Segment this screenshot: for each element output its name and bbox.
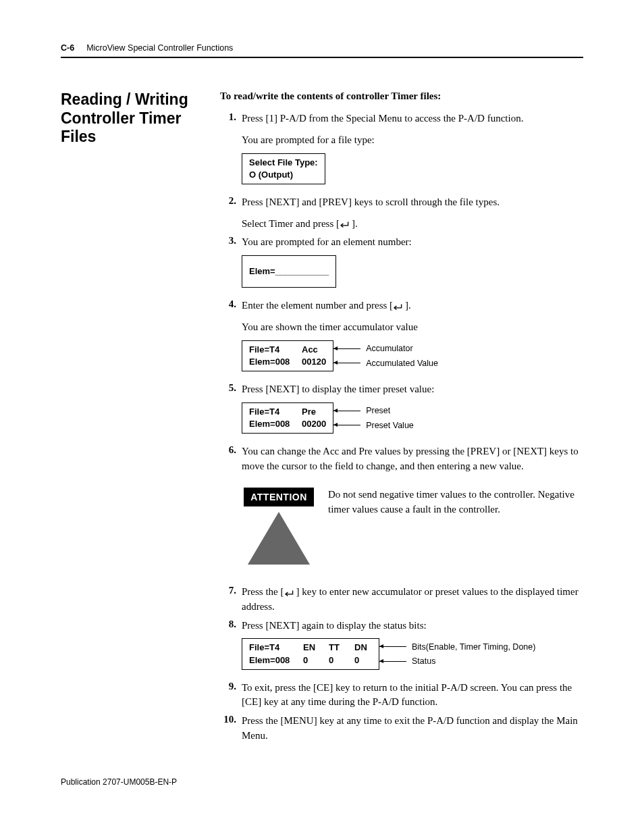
callout-preset-value: Preset Value — [366, 419, 414, 432]
enter-key-icon — [340, 220, 352, 228]
step-text: You can change the Acc and Pre values by… — [242, 446, 579, 471]
attention-block: ATTENTION Do not send negative timer val… — [242, 488, 583, 565]
callout-preset: Preset — [366, 405, 390, 417]
step-text: ]. — [405, 300, 411, 311]
page-number: C-6 — [61, 43, 74, 53]
lcd-box-pre: File=T4Pre Elem=00800200 — [242, 402, 333, 434]
step-2: 2. Press [NEXT] and [PREV] keys to scrol… — [220, 195, 583, 232]
attention-text: Do not send negative timer values to the… — [328, 488, 583, 565]
step-1: 1. Press [1] P-A/D from the Special Menu… — [220, 111, 583, 191]
callout-status: Status — [412, 655, 435, 667]
enter-key-icon — [393, 303, 405, 311]
step-text: You are prompted for an element number: — [242, 236, 412, 247]
step-text: You are prompted for a file type: — [242, 133, 583, 148]
step-7: 7. Press the [] key to enter new accumul… — [220, 585, 583, 615]
attention-label: ATTENTION — [244, 488, 314, 506]
step-text: Press the [MENU] key at any time to exit… — [242, 714, 583, 744]
step-3: 3. You are prompted for an element numbe… — [220, 235, 583, 294]
step-text: Press the [ — [242, 586, 284, 597]
warning-triangle-icon — [248, 512, 310, 565]
step-6: 6. You can change the Acc and Pre values… — [220, 444, 583, 581]
lcd-box-file-type: Select File Type: O (Output) — [242, 153, 325, 184]
running-header: C-6 MicroView Special Controller Functio… — [61, 43, 583, 57]
intro-text: To read/write the contents of controller… — [220, 90, 583, 102]
step-text: Press [NEXT] again to display the status… — [242, 620, 427, 631]
header-rule — [61, 57, 583, 58]
step-9: 9. To exit, press the [CE] key to return… — [220, 681, 583, 710]
step-text: ]. — [352, 218, 358, 229]
enter-key-icon — [284, 589, 296, 597]
lcd-box-acc: File=T4Acc Elem=00800120 — [242, 340, 333, 371]
lcd-box-status: File=T4 EN TT DN Elem=008 0 0 0 — [242, 638, 379, 669]
step-text: To exit, press the [CE] key to return to… — [242, 681, 583, 710]
callout-acc-value: Accumulated Value — [366, 357, 438, 369]
section-heading: Reading / Writing Controller Timer Files — [61, 90, 196, 147]
step-text: Enter the element number and press [ — [242, 300, 393, 311]
step-text: Press [1] P-A/D from the Special Menu to… — [242, 113, 523, 124]
lcd-box-elem: Elem=___________ — [242, 255, 336, 288]
step-text: You are shown the timer accumulator valu… — [242, 320, 583, 335]
step-5: 5. Press [NEXT] to display the timer pre… — [220, 382, 583, 440]
step-text: Select Timer and press [ — [242, 218, 340, 229]
callout-bits: Bits(Enable, Timer Timing, Done) — [412, 641, 535, 653]
step-4: 4. Enter the element number and press []… — [220, 298, 583, 378]
step-10: 10. Press the [MENU] key at any time to … — [220, 714, 583, 744]
step-text: Press [NEXT] and [PREV] keys to scroll t… — [242, 197, 500, 207]
publication-footer: Publication 2707-UM005B-EN-P — [61, 748, 583, 787]
step-8: 8. Press [NEXT] again to display the sta… — [220, 619, 583, 677]
callout-accumulator: Accumulator — [366, 342, 412, 355]
step-text: Press [NEXT] to display the timer preset… — [242, 384, 434, 394]
chapter-title: MicroView Special Controller Functions — [86, 43, 233, 53]
